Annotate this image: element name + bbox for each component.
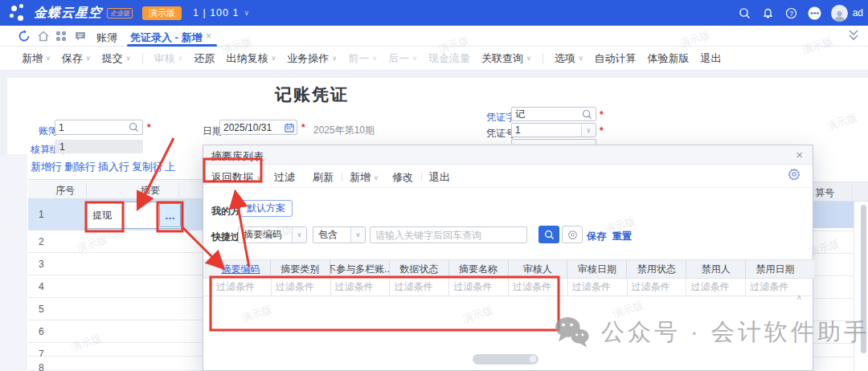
menu-item-label: 出纳复核 bbox=[226, 51, 268, 66]
reset-scheme-link[interactable]: 重置 bbox=[612, 230, 632, 243]
dialog-toolbar-新增[interactable]: 新增∨ bbox=[350, 170, 379, 185]
calendar-icon[interactable] bbox=[285, 123, 294, 132]
row-action-上[interactable]: 上 bbox=[165, 160, 175, 174]
voucher-number-chevron-icon[interactable]: ∨ bbox=[581, 124, 596, 137]
message-icon[interactable] bbox=[74, 30, 87, 43]
book-input[interactable] bbox=[55, 122, 129, 133]
menu-item-出纳复核[interactable]: 出纳复核∨ bbox=[226, 51, 276, 66]
scroll-up-icon[interactable]: ∧ bbox=[796, 293, 802, 301]
dialog-settings-gear-icon[interactable] bbox=[788, 168, 800, 183]
entry-row[interactable]: 6 bbox=[28, 320, 203, 343]
book-field[interactable] bbox=[55, 120, 143, 135]
home-icon[interactable] bbox=[37, 30, 50, 43]
default-scheme-button[interactable]: 默认方案 bbox=[240, 200, 293, 217]
filter-settings-button[interactable] bbox=[562, 226, 583, 243]
dialog-column-header-摘要编码[interactable]: 摘要编码 bbox=[211, 260, 271, 278]
collapse-double-chevron-icon[interactable] bbox=[847, 28, 860, 41]
dialog-filter-cell[interactable]: 过滤条件 bbox=[389, 279, 448, 296]
workspace-chevron-down-icon[interactable]: ∨ bbox=[244, 9, 249, 17]
dialog-column-header-禁用状态[interactable]: 禁用状态 bbox=[627, 260, 686, 278]
search-icon[interactable] bbox=[738, 6, 751, 20]
dialog-filter-cell[interactable]: 过滤条件 bbox=[211, 279, 271, 296]
menu-item-新增[interactable]: 新增∨ bbox=[22, 51, 51, 66]
row-action-删除行[interactable]: 删除行 bbox=[64, 160, 96, 174]
menu-item-体验新版[interactable]: 体验新版 bbox=[648, 51, 690, 66]
workspace-selector[interactable]: 1 | 100 1 bbox=[193, 7, 239, 18]
dialog-toolbar-返回数据[interactable]: 返回数据∨ bbox=[211, 170, 261, 185]
entry-row[interactable]: 4 bbox=[28, 275, 203, 298]
menu-item-选项[interactable]: 选项∨ bbox=[555, 51, 583, 66]
dialog-column-header-不参与多栏账...[interactable]: 不参与多栏账... bbox=[330, 260, 390, 278]
filter-operator-select[interactable]: 包含 ∨ bbox=[313, 226, 366, 243]
voucher-number-field[interactable]: ∨ bbox=[511, 123, 596, 137]
summary-lookup-dots-button[interactable]: … bbox=[159, 203, 181, 227]
dialog-column-header-摘要名称[interactable]: 摘要名称 bbox=[449, 260, 509, 278]
menu-item-业务操作[interactable]: 业务操作∨ bbox=[287, 51, 337, 66]
row-action-复制行[interactable]: 复制行 bbox=[132, 160, 163, 174]
dialog-filter-cell[interactable]: 过滤条件 bbox=[508, 279, 567, 296]
menu-item-保存[interactable]: 保存∨ bbox=[62, 51, 91, 66]
dialog-column-header-禁用日期[interactable]: 禁用日期 bbox=[746, 260, 805, 278]
filter-operator-chevron-icon[interactable]: ∨ bbox=[350, 227, 365, 243]
row-action-新增行[interactable]: 新增行 bbox=[31, 160, 62, 174]
entry-row[interactable]: 2 bbox=[28, 230, 203, 253]
filter-field-select[interactable]: 摘要编码 ∨ bbox=[238, 226, 307, 243]
keyword-search-input[interactable] bbox=[370, 226, 527, 243]
username-text[interactable]: ad bbox=[853, 7, 863, 18]
dialog-column-header-摘要类别[interactable]: 摘要类别 bbox=[271, 260, 330, 278]
voucher-menu-bar: 新增∨保存∨提交∨审核∨还原出纳复核∨业务操作∨前一∨后一∨现金流量关联查询∨选… bbox=[0, 47, 868, 71]
save-scheme-link[interactable]: 保存 bbox=[587, 230, 606, 243]
dialog-filter-cell[interactable]: 过滤条件 bbox=[686, 279, 745, 296]
dialog-filter-cell[interactable]: 过滤条件 bbox=[448, 279, 508, 296]
horizontal-scrollbar-thumb[interactable] bbox=[473, 354, 538, 365]
user-avatar[interactable] bbox=[831, 5, 848, 22]
tab-account-book[interactable]: 账簿 bbox=[96, 31, 117, 45]
dialog-column-header-禁用人[interactable]: 禁用人 bbox=[686, 260, 746, 278]
entry-row[interactable]: 3 bbox=[28, 253, 203, 275]
entry-row[interactable]: 5 bbox=[28, 298, 203, 320]
menu-item-退出[interactable]: 退出 bbox=[701, 51, 722, 66]
menu-item-label: 业务操作 bbox=[287, 51, 329, 66]
menu-item-还原[interactable]: 还原 bbox=[194, 51, 215, 66]
tab-voucher-entry-active[interactable]: 凭证录入 - 新增 bbox=[130, 31, 203, 45]
tab-close-icon[interactable]: × bbox=[206, 31, 211, 42]
dialog-filter-cell[interactable]: 过滤条件 bbox=[271, 279, 330, 296]
dialog-filter-cell[interactable]: 过滤条件 bbox=[627, 279, 686, 296]
more-options-icon[interactable] bbox=[808, 6, 821, 20]
voucher-word-field[interactable] bbox=[511, 107, 596, 121]
right-row-line bbox=[813, 320, 854, 321]
dialog-toolbar-退出[interactable]: 退出 bbox=[429, 170, 450, 185]
entry-row[interactable]: 8 bbox=[28, 357, 203, 371]
dialog-filter-cell[interactable]: 过滤条件 bbox=[330, 279, 390, 296]
date-field[interactable] bbox=[219, 120, 297, 135]
book-lookup-icon[interactable] bbox=[129, 122, 139, 132]
menu-item-关联查询[interactable]: 关联查询∨ bbox=[481, 51, 531, 66]
dialog-filter-cell[interactable]: 过滤条件 bbox=[745, 279, 805, 296]
menu-item-label: 前一 bbox=[348, 51, 369, 66]
dialog-column-header-审核日期[interactable]: 审核日期 bbox=[567, 260, 627, 278]
vertical-scrollbar-thumb[interactable] bbox=[861, 205, 866, 353]
help-icon[interactable]: ? bbox=[784, 6, 798, 20]
apps-grid-icon[interactable] bbox=[55, 30, 68, 43]
dialog-header[interactable]: 摘要库列表 × bbox=[203, 145, 813, 165]
menu-item-自动计算[interactable]: 自动计算 bbox=[595, 51, 637, 66]
sync-icon[interactable] bbox=[18, 30, 31, 43]
dialog-close-icon[interactable]: × bbox=[796, 148, 803, 161]
voucher-number-input[interactable] bbox=[512, 124, 581, 136]
date-input[interactable] bbox=[220, 122, 285, 133]
notification-bell-icon[interactable] bbox=[761, 6, 775, 20]
search-button[interactable] bbox=[538, 226, 559, 243]
dialog-filter-cell[interactable]: 过滤条件 bbox=[567, 279, 627, 296]
dialog-toolbar-修改[interactable]: 修改 bbox=[392, 170, 413, 185]
voucher-word-lookup-icon[interactable] bbox=[582, 109, 592, 120]
menu-item-提交[interactable]: 提交∨ bbox=[102, 51, 131, 66]
dialog-column-header-审核人[interactable]: 审核人 bbox=[509, 260, 568, 278]
voucher-word-input[interactable] bbox=[512, 108, 582, 120]
dialog-toolbar-刷新[interactable]: 刷新 bbox=[313, 170, 334, 185]
dialog-toolbar-过滤[interactable]: 过滤 bbox=[274, 170, 295, 185]
row-action-插入行[interactable]: 插入行 bbox=[98, 160, 129, 174]
page-title: 记账凭证 bbox=[231, 84, 392, 106]
dialog-column-header-数据状态[interactable]: 数据状态 bbox=[390, 260, 449, 278]
entry-row[interactable]: 7 bbox=[28, 343, 203, 357]
filter-field-chevron-icon[interactable]: ∨ bbox=[292, 227, 306, 243]
